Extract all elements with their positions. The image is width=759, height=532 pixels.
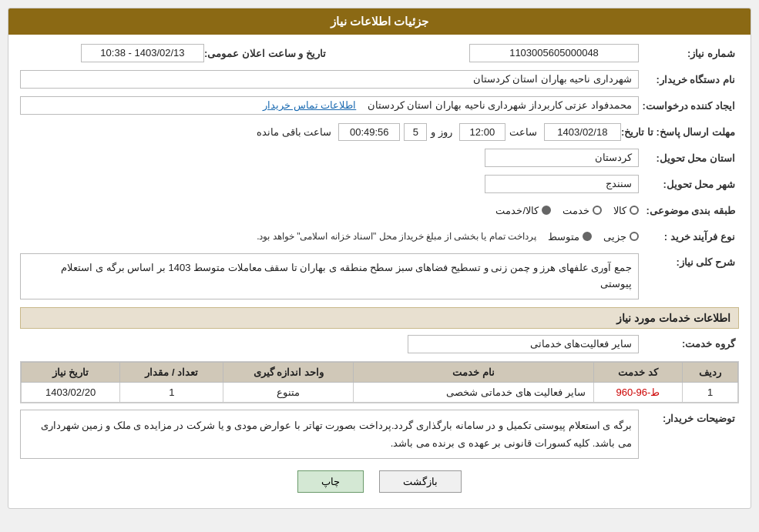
purchase-options: جزیی متوسط پرداخت تمام یا بخشی از مبلغ خ… [20, 231, 639, 243]
reply-time-label: ساعت [509, 126, 537, 138]
cell-unit: متنوع [223, 382, 354, 402]
cell-date: 1403/02/20 [22, 382, 120, 402]
col-row: ردیف [683, 362, 738, 382]
cell-code: ط-96-960 [593, 382, 682, 402]
services-table: ردیف کد خدمت نام خدمت واحد اندازه گیری ت… [21, 362, 738, 403]
purchase-option-partial[interactable]: جزیی [603, 231, 639, 243]
category-option-khedmat[interactable]: خدمت [563, 205, 602, 216]
card-body: شماره نیاز: 1103005605000048 تاریخ و ساع… [8, 35, 751, 508]
need-number-label: شماره نیاز: [639, 48, 739, 59]
city-label: شهر محل تحویل: [639, 179, 739, 190]
purchase-medium-label: متوسط [548, 231, 579, 243]
description-label: شرح کلی نیاز: [639, 256, 739, 268]
back-button[interactable]: بازگشت [379, 470, 462, 493]
creator-label: ایجاد کننده درخواست: [639, 100, 739, 112]
reply-deadline-row: مهلت ارسال پاسخ: تا تاریخ: 1403/02/18 سا… [20, 121, 739, 142]
table-header-row: ردیف کد خدمت نام خدمت واحد اندازه گیری ت… [22, 362, 738, 382]
creator-text: محمدفواد عزتی کاربرداز شهرداری ناحیه بها… [368, 99, 632, 111]
buyer-notes-row: توضیحات خریدار: برگه ی استعلام پیوستی تک… [20, 410, 739, 460]
province-row: استان محل تحویل: کردستان [20, 147, 739, 169]
purchase-type-row: نوع فرآیند خرید : جزیی متوسط پرداخت تمام… [20, 226, 739, 247]
buyer-notes-value: برگه ی استعلام پیوستی تکمیل و در سامانه … [20, 410, 639, 460]
radio-kala [630, 206, 639, 215]
radio-medium [583, 232, 592, 241]
province-value: کردستان [485, 149, 639, 167]
service-group-label: گروه خدمت: [639, 338, 739, 350]
city-value: سنندج [485, 175, 639, 193]
buyer-org-value: شهرداری ناحیه بهاران استان کردستان [20, 70, 639, 89]
cell-service-name: سایر فعالیت های خدماتی شخصی [354, 382, 594, 402]
print-button[interactable]: چاپ [297, 470, 364, 493]
category-option-kala-khedmat[interactable]: کالا/خدمت [495, 205, 551, 216]
buyer-org-row: نام دستگاه خریدار: شهرداری ناحیه بهاران … [20, 69, 739, 90]
purchase-note: پرداخت تمام یا بخشی از مبلغ خریداز محل "… [257, 231, 536, 242]
description-row: شرح کلی نیاز: جمع آوری علفهای هرز و چمن … [20, 253, 739, 299]
footer-buttons: بازگشت چاپ [20, 470, 739, 493]
card-header: جزئیات اطلاعات نیاز [8, 8, 751, 35]
city-row: شهر محل تحویل: سنندج [20, 173, 739, 195]
reply-remaining: 00:49:56 [338, 123, 400, 141]
need-number-value: 1103005605000048 [469, 44, 639, 62]
col-unit: واحد اندازه گیری [223, 362, 354, 382]
purchase-partial-label: جزیی [603, 231, 626, 243]
table-row: 1 ط-96-960 سایر فعالیت های خدماتی شخصی م… [22, 382, 738, 402]
need-number-row: شماره نیاز: 1103005605000048 تاریخ و ساع… [20, 42, 739, 64]
col-code: کد خدمت [593, 362, 682, 382]
category-row: طبقه بندی موضوعی: کالا خدمت کالا/خدمت [20, 199, 739, 221]
purchase-option-medium[interactable]: متوسط [548, 231, 592, 243]
reply-days: 5 [404, 123, 427, 141]
service-group-value: سایر فعالیت‌های خدماتی [408, 335, 639, 353]
province-label: استان محل تحویل: [639, 152, 739, 164]
buyer-org-label: نام دستگاه خریدار: [639, 74, 739, 85]
col-quantity: تعداد / مقدار [120, 362, 223, 382]
main-card: جزئیات اطلاعات نیاز شماره نیاز: 11030056… [8, 8, 751, 509]
creator-link[interactable]: اطلاعات تماس خریدار [263, 99, 356, 111]
category-options: کالا خدمت کالا/خدمت [20, 205, 639, 216]
page-title: جزئیات اطلاعات نیاز [331, 15, 428, 28]
service-group-row: گروه خدمت: سایر فعالیت‌های خدماتی [20, 333, 739, 355]
announce-date-label: تاریخ و ساعت اعلان عمومی: [204, 48, 330, 59]
reply-day-label: روز و [431, 126, 452, 138]
services-section-header: اطلاعات خدمات مورد نیاز [20, 307, 739, 329]
radio-khedmat [593, 206, 602, 215]
services-table-container: ردیف کد خدمت نام خدمت واحد اندازه گیری ت… [20, 361, 739, 403]
announce-date-value: 1403/02/13 - 10:38 [81, 44, 204, 62]
cell-row: 1 [683, 382, 738, 402]
purchase-type-label: نوع فرآیند خرید : [639, 231, 739, 243]
reply-datetime: 1403/02/18 ساعت 12:00 روز و 5 00:49:56 س… [20, 123, 621, 141]
radio-kala-khedmat [542, 206, 551, 215]
category-kala-khedmat-label: کالا/خدمت [495, 205, 539, 216]
creator-row: ایجاد کننده درخواست: محمدفواد عزتی کاربر… [20, 95, 739, 116]
category-label: طبقه بندی موضوعی: [639, 205, 739, 216]
category-khedmat-label: خدمت [563, 205, 589, 216]
category-kala-label: کالا [613, 205, 626, 216]
reply-remaining-label: ساعت باقی مانده [257, 126, 331, 138]
buyer-notes-label: توضیحات خریدار: [639, 413, 739, 424]
radio-partial [630, 232, 639, 241]
reply-date: 1403/02/18 [544, 123, 621, 141]
reply-time: 12:00 [459, 123, 505, 141]
page-wrapper: جزئیات اطلاعات نیاز شماره نیاز: 11030056… [0, 0, 759, 532]
reply-deadline-label: مهلت ارسال پاسخ: تا تاریخ: [621, 126, 739, 138]
cell-quantity: 1 [120, 382, 223, 402]
creator-value: محمدفواد عزتی کاربرداز شهرداری ناحیه بها… [20, 96, 639, 115]
category-option-kala[interactable]: کالا [613, 205, 639, 216]
col-date: تاریخ نیاز [22, 362, 120, 382]
description-value: جمع آوری علفهای هرز و چمن زنی و تسطیح فض… [20, 253, 639, 299]
col-service-name: نام خدمت [354, 362, 594, 382]
